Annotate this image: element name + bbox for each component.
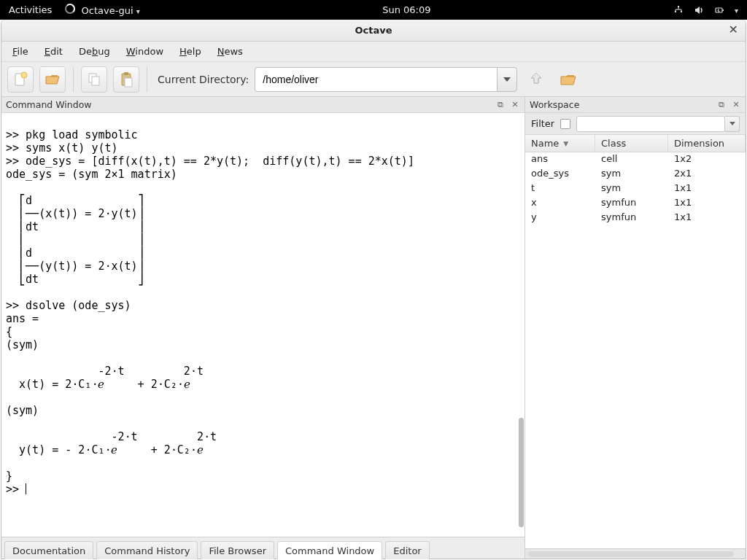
col-header-class[interactable]: Class — [595, 135, 668, 152]
spinner-icon — [65, 4, 75, 14]
cell-class: symfun — [595, 196, 668, 211]
sort-caret-icon: ▼ — [563, 140, 568, 147]
app-menu-label: Octave-gui — [82, 5, 133, 16]
menu-window[interactable]: Window — [120, 44, 170, 59]
filter-label: Filter — [531, 118, 554, 129]
menu-help[interactable]: Help — [173, 44, 208, 59]
command-output[interactable]: >> pkg load symbolic >> syms x(t) y(t) >… — [1, 124, 525, 526]
cell-dimension: 1x1 — [668, 211, 746, 225]
horizontal-scrollbar-thumb[interactable] — [528, 551, 734, 557]
menubar: File Edit Debug Window Help News — [1, 42, 746, 62]
left-panel: Command Window ⧉ ✕ >> pkg load symbolic … — [1, 97, 525, 559]
toolbar-separator — [73, 67, 74, 92]
svg-rect-11 — [125, 78, 132, 87]
cell-dimension: 1x1 — [668, 196, 746, 211]
svg-rect-1 — [675, 11, 676, 12]
current-directory-label: Current Directory: — [158, 74, 249, 85]
open-file-button[interactable] — [39, 66, 66, 93]
cell-class: cell — [595, 152, 668, 167]
workspace-filter-bar: Filter — [525, 113, 746, 135]
workspace-panel: Workspace ⧉ ✕ Filter Name▼ Class Dimensi… — [525, 97, 746, 559]
tab-documentation[interactable]: Documentation — [4, 541, 93, 559]
vertical-scrollbar-track[interactable] — [517, 113, 525, 537]
tab-command-window[interactable]: Command Window — [277, 541, 382, 559]
window-titlebar[interactable]: Octave ✕ — [1, 20, 746, 42]
window-title: Octave — [355, 25, 392, 36]
command-window-header[interactable]: Command Window ⧉ ✕ — [1, 97, 525, 113]
table-row[interactable]: xsymfun1x1 — [525, 196, 746, 211]
cell-name: t — [525, 182, 595, 196]
menu-edit[interactable]: Edit — [38, 44, 69, 59]
cell-class: symfun — [595, 211, 668, 225]
bottom-tabstrip: DocumentationCommand HistoryFile Browser… — [1, 537, 525, 559]
toolbar: Current Directory: — [1, 62, 746, 97]
clock[interactable]: Sun 06:09 — [140, 4, 673, 15]
new-file-button[interactable] — [7, 66, 34, 93]
up-directory-button[interactable] — [523, 66, 549, 93]
col-header-dimension[interactable]: Dimension — [668, 135, 746, 152]
toolbar-separator-2 — [147, 67, 147, 92]
text-cursor — [26, 483, 26, 494]
cell-dimension: 2x1 — [668, 167, 746, 182]
menu-file[interactable]: File — [6, 44, 35, 59]
cell-name: y — [525, 211, 595, 225]
filter-dropdown[interactable] — [725, 116, 740, 132]
app-menu[interactable]: Octave-gui — [65, 4, 139, 16]
browse-directory-button[interactable] — [555, 66, 581, 93]
undock-icon[interactable]: ⧉ — [495, 100, 506, 110]
table-row[interactable]: ysymfun1x1 — [525, 211, 746, 225]
gnome-top-bar: Activities Octave-gui Sun 06:09 — [0, 0, 747, 20]
close-workspace-icon[interactable]: ✕ — [731, 100, 741, 110]
svg-point-6 — [21, 72, 27, 78]
col-header-name[interactable]: Name▼ — [525, 135, 595, 152]
menu-news[interactable]: News — [211, 44, 249, 59]
window-close-button[interactable]: ✕ — [729, 23, 738, 36]
command-window-area[interactable]: >> pkg load symbolic >> syms x(t) y(t) >… — [1, 113, 525, 537]
table-row[interactable]: anscell1x2 — [525, 152, 746, 167]
command-window-title: Command Window — [6, 99, 92, 110]
cell-class: sym — [595, 182, 668, 196]
workspace-header[interactable]: Workspace ⧉ ✕ — [525, 97, 746, 113]
cell-class: sym — [595, 167, 668, 182]
workspace-horizontal-scrollbar[interactable] — [525, 548, 746, 559]
filter-checkbox[interactable] — [560, 119, 570, 129]
filter-input[interactable] — [576, 116, 725, 132]
cell-dimension: 1x2 — [668, 152, 746, 167]
menu-debug[interactable]: Debug — [72, 44, 117, 59]
cell-name: ode_sys — [525, 167, 595, 182]
copy-button[interactable] — [81, 66, 107, 93]
table-row[interactable]: ode_syssym2x1 — [525, 167, 746, 182]
octave-window: Octave ✕ File Edit Debug Window Help New… — [1, 20, 746, 559]
network-icon[interactable] — [673, 5, 684, 15]
table-row[interactable]: tsym1x1 — [525, 182, 746, 196]
svg-rect-4 — [722, 9, 724, 11]
workspace-table: Name▼ Class Dimension anscell1x2ode_syss… — [525, 135, 746, 548]
system-menu-caret[interactable] — [735, 4, 738, 15]
current-directory-input[interactable] — [255, 67, 497, 92]
workspace-title: Workspace — [530, 99, 579, 110]
tab-editor[interactable]: Editor — [385, 541, 429, 559]
paste-button[interactable] — [113, 66, 139, 93]
svg-rect-10 — [124, 72, 128, 75]
tab-command-history[interactable]: Command History — [96, 541, 198, 559]
vertical-scrollbar-thumb[interactable] — [519, 418, 524, 527]
cell-dimension: 1x1 — [668, 182, 746, 196]
svg-rect-2 — [681, 11, 682, 12]
cell-name: ans — [525, 152, 595, 167]
tab-file-browser[interactable]: File Browser — [201, 541, 274, 559]
close-panel-icon[interactable]: ✕ — [510, 100, 520, 110]
activities-button[interactable]: Activities — [9, 4, 52, 15]
cell-name: x — [525, 196, 595, 211]
svg-rect-0 — [678, 6, 679, 7]
battery-icon[interactable] — [714, 5, 724, 15]
svg-rect-8 — [92, 77, 99, 85]
volume-icon[interactable] — [694, 5, 704, 15]
current-directory-dropdown[interactable] — [497, 67, 517, 92]
workspace-table-header[interactable]: Name▼ Class Dimension — [525, 135, 746, 152]
undock-workspace-icon[interactable]: ⧉ — [716, 100, 727, 110]
